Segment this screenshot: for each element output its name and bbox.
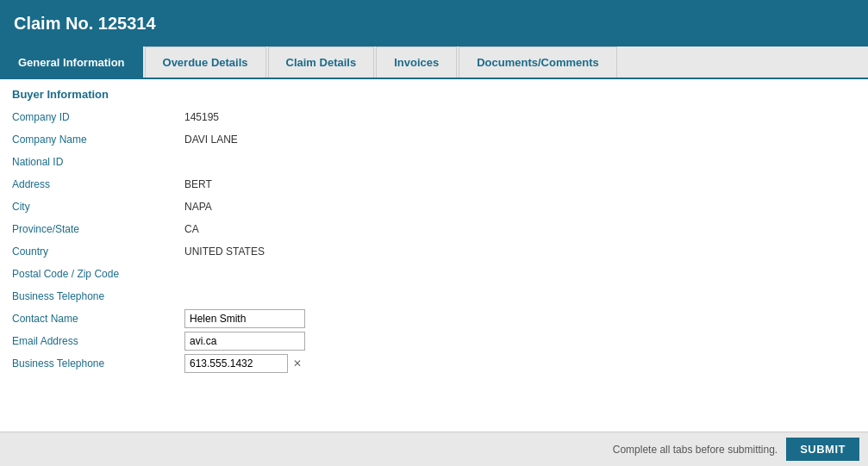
label-company-id: Company ID [12,111,184,123]
tab-claim-details[interactable]: Claim Details [268,47,375,78]
label-province-state: Province/State [12,223,184,235]
value-company-name: DAVI LANE [184,134,238,146]
input-business-telephone[interactable] [184,354,288,373]
field-business-telephone-static: Business Telephone [12,287,856,306]
value-company-id: 145195 [184,111,219,123]
tab-general-information[interactable]: General Information [0,47,143,78]
label-country: Country [12,245,184,258]
value-country: UNITED STATES [184,245,265,258]
label-address: Address [12,178,184,190]
tab-bar: General Information Overdue Details Clai… [0,47,868,79]
label-city: City [12,201,184,213]
label-postal-code: Postal Code / Zip Code [12,268,184,280]
label-contact-name: Contact Name [12,313,184,325]
field-business-telephone-input: Business Telephone ✕ [12,354,856,373]
input-email-address[interactable] [184,332,305,351]
field-province-state: Province/State CA [12,220,856,239]
footer-message: Complete all tabs before submitting. [613,444,777,456]
tab-overdue-details[interactable]: Overdue Details [145,47,266,78]
label-business-telephone-input: Business Telephone [12,357,184,370]
value-province-state: CA [184,223,199,235]
page-header: Claim No. 125314 [0,0,868,47]
main-content: Buyer Information Company ID 145195 Comp… [0,79,868,426]
field-postal-code: Postal Code / Zip Code [12,264,856,283]
clear-business-telephone-button[interactable]: ✕ [291,357,303,370]
field-city: City NAPA [12,197,856,216]
field-company-name: Company Name DAVI LANE [12,130,856,149]
page-title: Claim No. 125314 [14,14,156,34]
label-company-name: Company Name [12,134,184,146]
footer: Complete all tabs before submitting. SUB… [0,432,868,466]
field-address: Address BERT [12,175,856,194]
field-national-id: National ID [12,152,856,171]
field-company-id: Company ID 145195 [12,108,856,127]
label-business-telephone-static: Business Telephone [12,290,184,302]
section-buyer-information: Buyer Information [12,88,856,101]
tab-documents-comments[interactable]: Documents/Comments [459,47,617,78]
field-email-address: Email Address [12,332,856,351]
field-contact-name: Contact Name [12,309,856,328]
label-national-id: National ID [12,156,184,168]
input-contact-name[interactable] [184,309,305,328]
tab-invoices[interactable]: Invoices [376,47,457,78]
value-address: BERT [184,178,212,190]
business-telephone-input-container: ✕ [184,354,303,373]
value-city: NAPA [184,201,212,213]
label-email-address: Email Address [12,335,184,347]
submit-button[interactable]: SUBMIT [786,438,859,461]
field-country: Country UNITED STATES [12,242,856,261]
